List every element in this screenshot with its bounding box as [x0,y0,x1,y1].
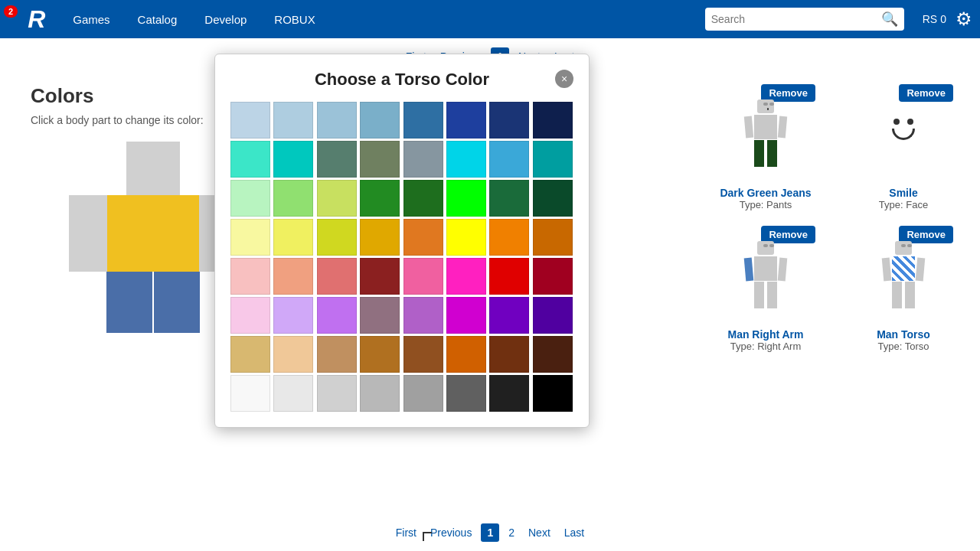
search-container: 🔍 [705,8,904,31]
settings-icon[interactable]: ⚙ [956,8,972,30]
color-swatch-21[interactable] [446,180,486,217]
color-swatch-15[interactable] [533,141,573,178]
color-swatch-11[interactable] [360,141,400,178]
color-swatch-33[interactable] [273,258,313,295]
color-swatch-8[interactable] [230,141,270,178]
color-swatch-5[interactable] [446,102,486,139]
color-swatch-44[interactable] [403,297,443,334]
color-swatch-60[interactable] [403,375,443,412]
logo: R [28,5,45,34]
color-swatch-49[interactable] [273,336,313,373]
color-swatch-4[interactable] [403,102,443,139]
color-swatch-35[interactable] [360,258,400,295]
nav-games[interactable]: Games [59,0,123,38]
color-swatch-51[interactable] [360,336,400,373]
modal-close-button[interactable]: × [555,70,573,88]
color-swatch-47[interactable] [533,297,573,334]
main-area: First Previous 1 Next Last Colors Click … [0,38,980,551]
search-icon[interactable]: 🔍 [881,11,898,28]
header-right: RS 0 ⚙ [923,8,972,30]
color-swatch-19[interactable] [360,180,400,217]
color-swatch-53[interactable] [446,336,486,373]
color-swatch-18[interactable] [317,180,357,217]
color-picker-modal: Choose a Torso Color × [214,54,590,428]
color-swatch-43[interactable] [360,297,400,334]
color-swatch-27[interactable] [360,219,400,256]
color-swatch-26[interactable] [317,219,357,256]
color-swatch-48[interactable] [230,336,270,373]
color-swatch-32[interactable] [230,258,270,295]
color-swatch-50[interactable] [317,336,357,373]
color-grid [230,102,573,412]
color-swatch-36[interactable] [403,258,443,295]
color-swatch-63[interactable] [533,375,573,412]
header: 2 R Games Catalog Develop ROBUX 🔍 RS 0 ⚙ [0,0,980,38]
color-swatch-20[interactable] [403,180,443,217]
color-swatch-59[interactable] [360,375,400,412]
color-swatch-42[interactable] [317,297,357,334]
color-swatch-62[interactable] [489,375,529,412]
color-swatch-6[interactable] [489,102,529,139]
nav-develop[interactable]: Develop [191,0,260,38]
color-swatch-54[interactable] [489,336,529,373]
modal-title: Choose a Torso Color [315,70,489,89]
color-swatch-39[interactable] [533,258,573,295]
color-swatch-17[interactable] [273,180,313,217]
color-swatch-10[interactable] [317,141,357,178]
modal-header: Choose a Torso Color × [230,70,573,90]
color-swatch-28[interactable] [403,219,443,256]
color-swatch-23[interactable] [533,180,573,217]
color-swatch-12[interactable] [403,141,443,178]
color-swatch-7[interactable] [533,102,573,139]
color-swatch-30[interactable] [489,219,529,256]
color-swatch-38[interactable] [489,258,529,295]
robux-button[interactable]: RS 0 [923,13,946,25]
color-swatch-52[interactable] [403,336,443,373]
robux-icon: RS [923,13,937,25]
color-swatch-0[interactable] [230,102,270,139]
color-swatch-34[interactable] [317,258,357,295]
notification-badge: 2 [4,5,18,18]
color-swatch-2[interactable] [317,102,357,139]
color-swatch-61[interactable] [446,375,486,412]
robux-count: 0 [940,13,946,25]
search-input[interactable] [711,13,881,25]
color-swatch-29[interactable] [446,219,486,256]
color-swatch-13[interactable] [446,141,486,178]
color-swatch-58[interactable] [317,375,357,412]
modal-overlay: Choose a Torso Color × [0,38,980,551]
color-swatch-24[interactable] [230,219,270,256]
color-swatch-22[interactable] [489,180,529,217]
color-swatch-9[interactable] [273,141,313,178]
color-swatch-25[interactable] [273,219,313,256]
color-swatch-1[interactable] [273,102,313,139]
color-swatch-45[interactable] [446,297,486,334]
color-swatch-37[interactable] [446,258,486,295]
color-swatch-31[interactable] [533,219,573,256]
main-nav: Games Catalog Develop ROBUX [59,0,328,38]
color-swatch-41[interactable] [273,297,313,334]
color-swatch-14[interactable] [489,141,529,178]
color-swatch-56[interactable] [230,375,270,412]
color-swatch-40[interactable] [230,297,270,334]
color-swatch-46[interactable] [489,297,529,334]
color-swatch-55[interactable] [533,336,573,373]
color-swatch-16[interactable] [230,180,270,217]
color-swatch-3[interactable] [360,102,400,139]
color-swatch-57[interactable] [273,375,313,412]
nav-robux[interactable]: ROBUX [260,0,328,38]
nav-catalog[interactable]: Catalog [124,0,191,38]
